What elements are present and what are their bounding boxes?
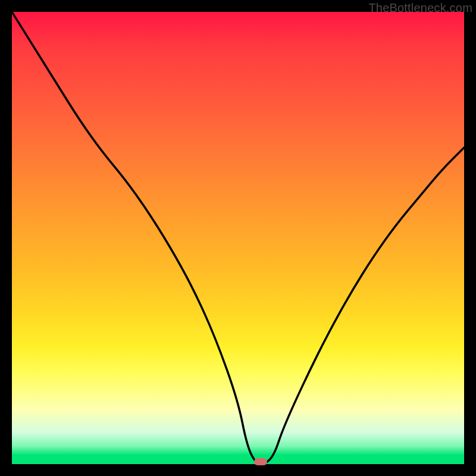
plot-area xyxy=(12,12,464,464)
watermark-text: TheBottleneck.com xyxy=(368,1,472,15)
minimum-marker xyxy=(254,458,267,465)
chart-canvas: TheBottleneck.com xyxy=(0,0,476,476)
bottleneck-curve xyxy=(12,12,464,464)
